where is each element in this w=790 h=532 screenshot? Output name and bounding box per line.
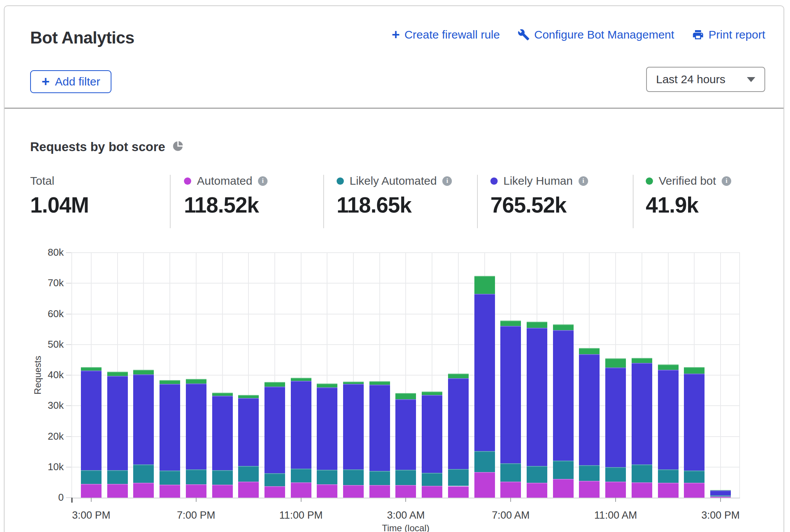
bar-segment-likely-human[interactable] (343, 384, 364, 469)
bar-segment-likely-human[interactable] (658, 370, 679, 469)
bar-segment-verified-bot[interactable] (553, 324, 574, 330)
bar-segment-automated[interactable] (684, 483, 705, 498)
bar-segment-likely-automated[interactable] (264, 473, 285, 486)
bar-segment-verified-bot[interactable] (422, 392, 442, 395)
bar-segment-likely-human[interactable] (133, 374, 154, 464)
bar-segment-verified-bot[interactable] (317, 384, 337, 387)
bar-segment-likely-human[interactable] (605, 368, 626, 467)
bar-segment-likely-automated[interactable] (710, 495, 731, 497)
bar-segment-verified-bot[interactable] (527, 322, 547, 328)
bar-segment-automated[interactable] (264, 486, 285, 498)
bar-segment-likely-automated[interactable] (343, 469, 364, 485)
bar-segment-likely-human[interactable] (527, 328, 547, 466)
bar-segment-likely-human[interactable] (579, 354, 600, 465)
bar-segment-likely-automated[interactable] (448, 469, 469, 486)
configure-bot-management-link[interactable]: Configure Bot Management (518, 28, 674, 41)
bar-segment-automated[interactable] (317, 484, 337, 498)
bar-segment-likely-human[interactable] (212, 396, 233, 470)
bar-segment-automated[interactable] (658, 483, 679, 498)
bar-segment-likely-human[interactable] (422, 395, 442, 473)
bar-segment-verified-bot[interactable] (186, 379, 206, 383)
bar-segment-likely-automated[interactable] (291, 469, 311, 482)
bar-segment-likely-human[interactable] (395, 399, 416, 470)
bar-segment-likely-human[interactable] (107, 376, 128, 470)
bar-segment-automated[interactable] (527, 483, 547, 498)
bar-segment-verified-bot[interactable] (500, 321, 521, 326)
bar-segment-likely-automated[interactable] (212, 470, 233, 485)
info-icon[interactable]: i (722, 176, 731, 186)
info-icon[interactable]: i (442, 176, 452, 186)
bar-segment-verified-bot[interactable] (107, 372, 128, 376)
info-icon[interactable]: i (579, 176, 588, 186)
bar-segment-automated[interactable] (605, 482, 626, 498)
bar-segment-likely-automated[interactable] (186, 469, 206, 484)
bar-segment-likely-automated[interactable] (81, 470, 102, 484)
bar-segment-automated[interactable] (238, 482, 259, 498)
bar-segment-likely-automated[interactable] (317, 470, 337, 485)
bar-segment-automated[interactable] (107, 484, 128, 498)
bar-segment-likely-automated[interactable] (238, 466, 259, 482)
bar-segment-likely-automated[interactable] (500, 463, 521, 482)
create-firewall-rule-link[interactable]: + Create firewall rule (392, 28, 500, 41)
bar-segment-automated[interactable] (632, 482, 652, 498)
bar-segment-verified-bot[interactable] (291, 378, 311, 381)
bar-segment-likely-human[interactable] (710, 490, 731, 495)
bar-segment-verified-bot[interactable] (684, 367, 705, 374)
bar-segment-likely-human[interactable] (81, 371, 102, 470)
bar-segment-likely-human[interactable] (291, 381, 311, 469)
bar-segment-likely-automated[interactable] (160, 471, 180, 485)
bar-segment-automated[interactable] (133, 483, 154, 498)
bar-segment-automated[interactable] (395, 485, 416, 498)
bar-segment-likely-human[interactable] (317, 387, 337, 470)
bar-segment-automated[interactable] (710, 497, 731, 498)
bar-segment-likely-human[interactable] (186, 384, 206, 470)
bar-segment-automated[interactable] (553, 479, 574, 498)
bar-segment-automated[interactable] (579, 481, 600, 498)
bar-segment-likely-human[interactable] (632, 363, 652, 464)
bar-segment-likely-automated[interactable] (527, 466, 547, 483)
bar-segment-verified-bot[interactable] (81, 367, 102, 371)
bar-segment-likely-human[interactable] (160, 384, 180, 470)
bar-segment-automated[interactable] (81, 484, 102, 498)
bar-segment-verified-bot[interactable] (710, 490, 731, 490)
info-icon[interactable]: i (258, 176, 268, 186)
bar-segment-likely-human[interactable] (684, 374, 705, 471)
bar-segment-likely-human[interactable] (500, 326, 521, 463)
add-filter-button[interactable]: + Add filter (30, 70, 111, 93)
bar-segment-automated[interactable] (212, 485, 233, 498)
bar-segment-verified-bot[interactable] (133, 370, 154, 374)
bar-segment-automated[interactable] (186, 484, 206, 498)
bar-segment-verified-bot[interactable] (474, 276, 495, 294)
bar-segment-likely-human[interactable] (369, 385, 390, 471)
bar-segment-automated[interactable] (422, 486, 442, 498)
bar-segment-likely-automated[interactable] (369, 471, 390, 485)
bar-segment-automated[interactable] (160, 485, 180, 498)
bar-segment-verified-bot[interactable] (160, 380, 180, 384)
bar-segment-likely-automated[interactable] (605, 467, 626, 482)
bar-segment-likely-automated[interactable] (553, 461, 574, 479)
bar-segment-verified-bot[interactable] (238, 395, 259, 398)
bar-segment-likely-automated[interactable] (579, 465, 600, 481)
bar-segment-likely-automated[interactable] (133, 464, 154, 483)
bar-segment-likely-human[interactable] (474, 294, 495, 451)
time-range-select[interactable]: Last 24 hours (646, 67, 765, 92)
bar-segment-likely-automated[interactable] (684, 471, 705, 482)
bar-segment-verified-bot[interactable] (632, 358, 652, 363)
bar-segment-verified-bot[interactable] (658, 364, 679, 370)
bar-segment-automated[interactable] (291, 482, 311, 498)
bar-segment-automated[interactable] (474, 472, 495, 498)
bar-segment-likely-human[interactable] (264, 387, 285, 473)
bar-segment-automated[interactable] (343, 485, 364, 498)
bar-segment-verified-bot[interactable] (579, 348, 600, 354)
bar-segment-likely-automated[interactable] (474, 451, 495, 472)
bar-segment-verified-bot[interactable] (448, 374, 469, 378)
bar-segment-verified-bot[interactable] (264, 382, 285, 386)
bar-segment-likely-automated[interactable] (632, 464, 652, 482)
print-report-link[interactable]: Print report (692, 28, 765, 41)
bar-segment-verified-bot[interactable] (212, 393, 233, 396)
bar-segment-verified-bot[interactable] (343, 382, 364, 384)
bar-segment-likely-automated[interactable] (658, 469, 679, 483)
bar-segment-likely-human[interactable] (238, 398, 259, 466)
bar-segment-likely-automated[interactable] (395, 470, 416, 485)
bar-segment-automated[interactable] (448, 486, 469, 498)
